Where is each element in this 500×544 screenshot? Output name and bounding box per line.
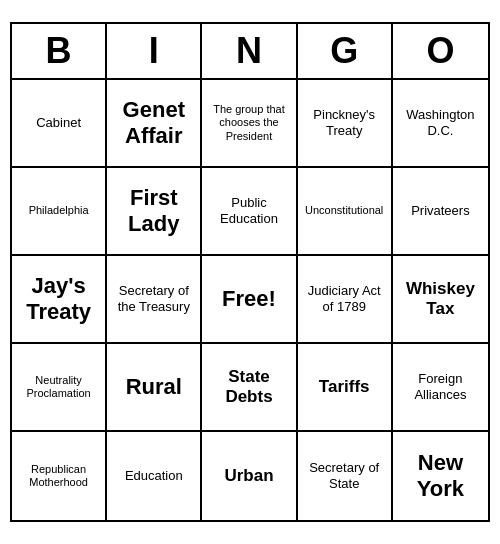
bingo-cell-5: Philadelphia bbox=[12, 168, 107, 256]
header-cell-O: O bbox=[393, 24, 488, 78]
cell-text-5: Philadelphia bbox=[29, 204, 89, 217]
cell-text-10: Jay's Treaty bbox=[16, 273, 101, 326]
cell-text-19: Foreign Alliances bbox=[397, 371, 484, 402]
bingo-cell-24: New York bbox=[393, 432, 488, 520]
bingo-grid: CabinetGenet AffairThe group that choose… bbox=[12, 80, 488, 520]
header-cell-N: N bbox=[202, 24, 297, 78]
bingo-cell-9: Privateers bbox=[393, 168, 488, 256]
cell-text-13: Judiciary Act of 1789 bbox=[302, 283, 387, 314]
cell-text-8: Unconstitutional bbox=[305, 204, 383, 217]
cell-text-14: Whiskey Tax bbox=[397, 279, 484, 320]
bingo-cell-11: Secretary of the Treasury bbox=[107, 256, 202, 344]
header-cell-G: G bbox=[298, 24, 393, 78]
header-cell-I: I bbox=[107, 24, 202, 78]
bingo-cell-1: Genet Affair bbox=[107, 80, 202, 168]
bingo-cell-19: Foreign Alliances bbox=[393, 344, 488, 432]
cell-text-21: Education bbox=[125, 468, 183, 484]
bingo-cell-13: Judiciary Act of 1789 bbox=[298, 256, 393, 344]
cell-text-22: Urban bbox=[224, 466, 273, 486]
bingo-cell-20: Republican Motherhood bbox=[12, 432, 107, 520]
bingo-cell-3: Pinckney's Treaty bbox=[298, 80, 393, 168]
bingo-cell-2: The group that chooses the President bbox=[202, 80, 297, 168]
bingo-cell-15: Neutrality Proclamation bbox=[12, 344, 107, 432]
cell-text-2: The group that chooses the President bbox=[206, 103, 291, 143]
cell-text-23: Secretary of State bbox=[302, 460, 387, 491]
cell-text-20: Republican Motherhood bbox=[16, 463, 101, 489]
cell-text-7: Public Education bbox=[206, 195, 291, 226]
cell-text-24: New York bbox=[397, 450, 484, 503]
cell-text-15: Neutrality Proclamation bbox=[16, 374, 101, 400]
cell-text-0: Cabinet bbox=[36, 115, 81, 131]
bingo-cell-16: Rural bbox=[107, 344, 202, 432]
cell-text-9: Privateers bbox=[411, 203, 470, 219]
cell-text-16: Rural bbox=[126, 374, 182, 400]
bingo-cell-22: Urban bbox=[202, 432, 297, 520]
bingo-cell-4: Washington D.C. bbox=[393, 80, 488, 168]
bingo-cell-18: Tariffs bbox=[298, 344, 393, 432]
cell-text-17: State Debts bbox=[206, 367, 291, 408]
cell-text-1: Genet Affair bbox=[111, 97, 196, 150]
bingo-cell-10: Jay's Treaty bbox=[12, 256, 107, 344]
bingo-cell-21: Education bbox=[107, 432, 202, 520]
cell-text-4: Washington D.C. bbox=[397, 107, 484, 138]
bingo-cell-12: Free! bbox=[202, 256, 297, 344]
bingo-card: BINGO CabinetGenet AffairThe group that … bbox=[10, 22, 490, 522]
bingo-cell-17: State Debts bbox=[202, 344, 297, 432]
bingo-cell-14: Whiskey Tax bbox=[393, 256, 488, 344]
bingo-cell-0: Cabinet bbox=[12, 80, 107, 168]
cell-text-11: Secretary of the Treasury bbox=[111, 283, 196, 314]
bingo-cell-8: Unconstitutional bbox=[298, 168, 393, 256]
cell-text-6: First Lady bbox=[111, 185, 196, 238]
header-cell-B: B bbox=[12, 24, 107, 78]
bingo-cell-6: First Lady bbox=[107, 168, 202, 256]
bingo-cell-23: Secretary of State bbox=[298, 432, 393, 520]
cell-text-12: Free! bbox=[222, 286, 276, 312]
cell-text-3: Pinckney's Treaty bbox=[302, 107, 387, 138]
bingo-cell-7: Public Education bbox=[202, 168, 297, 256]
bingo-header: BINGO bbox=[12, 24, 488, 80]
cell-text-18: Tariffs bbox=[319, 377, 370, 397]
